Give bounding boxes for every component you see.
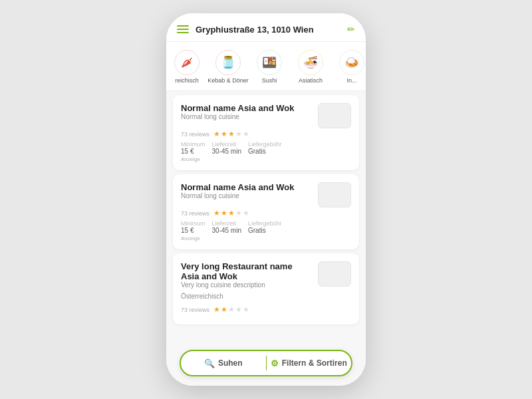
search-button[interactable]: 🔍 Suhen <box>181 351 266 375</box>
card-info-r3: Very long Restaurant name Asia and Wok V… <box>181 261 318 304</box>
phone-frame: Gryphiustraße 13, 1010 Wien ✏ 🌶 reichisc… <box>166 13 366 386</box>
category-indian[interactable]: 🍛 In... <box>331 47 366 86</box>
reviews-row-r1: 73 reviews ★ ★ ★ ★ ★ <box>181 130 351 138</box>
category-icon-indian: 🍛 <box>339 50 364 75</box>
star3: ★ <box>228 130 235 138</box>
star1: ★ <box>213 209 220 217</box>
minimum-label-r1: Minimum <box>181 141 205 148</box>
star3: ★ <box>228 305 235 314</box>
category-sushi[interactable]: 🍱 Sushi <box>249 47 290 86</box>
star1: ★ <box>213 305 220 314</box>
restaurant-card-r3[interactable]: Very long Restaurant name Asia and Wok V… <box>173 253 359 325</box>
reviews-row-r3: 73 reviews ★ ★ ★ ★ ★ <box>181 305 351 314</box>
card-image-r3 <box>318 261 351 287</box>
star2: ★ <box>221 209 227 217</box>
filter-button[interactable]: ⚙ Filtern & Sortiren <box>267 351 352 375</box>
card-top-r1: Normal name Asia and Wok Normal long cui… <box>181 103 351 128</box>
category-asiatisch[interactable]: 🍜 Asiatisch <box>290 47 331 86</box>
category-icon-sushi: 🍱 <box>257 50 282 75</box>
reviews-row-r2: 73 reviews ★ ★ ★ ★ ★ <box>181 209 351 217</box>
card-cuisine-r2: Normal long cuisine <box>181 192 318 200</box>
category-label-kebab: Kebab & Döner <box>207 77 249 84</box>
card-top-r3: Very long Restaurant name Asia and Wok V… <box>181 261 351 304</box>
card-badge-r1: Anzeige <box>181 156 351 162</box>
delivery-time-value-r1: 30-45 min <box>212 148 241 155</box>
delivery-fee-r2: Liefergebühr Gratis <box>248 220 282 234</box>
restaurant-list: Normal name Asia and Wok Normal long cui… <box>166 91 366 386</box>
card-cuisine-r1: Normal long cuisine <box>181 113 318 120</box>
card-cuisine2-r3: Österreichisch <box>181 293 318 300</box>
delivery-fee-value-r2: Gratis <box>248 227 266 234</box>
star5: ★ <box>243 209 249 217</box>
minimum-value-r1: 15 € <box>181 148 194 155</box>
star4: ★ <box>235 209 242 217</box>
stars-r3: ★ ★ ★ ★ ★ <box>213 305 249 314</box>
minimum-value-r2: 15 € <box>181 227 194 234</box>
category-label-indian: In... <box>346 77 356 84</box>
category-label-oesterreich: reichisch <box>175 77 199 84</box>
card-image-r1 <box>318 103 351 128</box>
category-label-asiatisch: Asiatisch <box>299 77 323 84</box>
header: Gryphiustraße 13, 1010 Wien ✏ <box>166 13 366 42</box>
search-icon: 🔍 <box>204 358 215 368</box>
star3: ★ <box>228 209 235 217</box>
reviews-count-r2: 73 reviews <box>181 210 209 217</box>
phone-screen: Gryphiustraße 13, 1010 Wien ✏ 🌶 reichisc… <box>166 13 366 386</box>
card-info-r1: Normal name Asia and Wok Normal long cui… <box>181 103 318 124</box>
category-kebab[interactable]: 🫙 Kebab & Döner <box>207 47 249 86</box>
filter-icon: ⚙ <box>271 358 279 368</box>
delivery-fee-label-r2: Liefergebühr <box>248 220 282 227</box>
filter-label: Filtern & Sortiren <box>282 358 347 368</box>
delivery-time-r2: Lieferzeit 30-45 min <box>212 220 241 234</box>
edit-icon[interactable]: ✏ <box>347 24 355 35</box>
minimum-r2: Minimum 15 € <box>181 220 205 234</box>
star2: ★ <box>221 130 227 138</box>
delivery-time-label-r1: Lieferzeit <box>212 141 241 148</box>
star4: ★ <box>235 130 242 138</box>
category-icon-oesterreich: 🌶 <box>174 50 200 75</box>
delivery-time-label-r2: Lieferzeit <box>212 220 241 227</box>
star5: ★ <box>243 130 249 138</box>
card-cuisine-r3: Very long cuisine description <box>181 281 318 289</box>
star1: ★ <box>213 130 220 138</box>
reviews-count-r3: 73 reviews <box>181 307 209 313</box>
address-text: Gryphiustraße 13, 1010 Wien <box>196 25 340 35</box>
delivery-fee-value-r1: Gratis <box>248 148 266 155</box>
stars-r1: ★ ★ ★ ★ ★ <box>213 130 249 138</box>
bottom-bar: 🔍 Suhen ⚙ Filtern & Sortiren <box>180 350 352 376</box>
delivery-time-r1: Lieferzeit 30-45 min <box>212 141 241 155</box>
minimum-r1: Minimum 15 € <box>181 141 205 155</box>
card-title-r3: Very long Restaurant name Asia and Wok <box>181 261 313 281</box>
restaurant-card-r2[interactable]: Normal name Asia and Wok Normal long cui… <box>173 174 359 249</box>
card-top-r2: Normal name Asia and Wok Normal long cui… <box>181 182 351 207</box>
category-label-sushi: Sushi <box>262 77 277 84</box>
card-meta-r2: Minimum 15 € Lieferzeit 30-45 min Liefer… <box>181 220 351 234</box>
category-icon-kebab: 🫙 <box>215 50 241 75</box>
stars-r2: ★ ★ ★ ★ ★ <box>213 209 249 217</box>
card-title-r2: Normal name Asia and Wok <box>181 182 313 192</box>
delivery-fee-label-r1: Liefergebühr <box>248 141 282 148</box>
card-title-r1: Normal name Asia and Wok <box>181 103 313 113</box>
card-badge-r2: Anzeige <box>181 235 351 241</box>
search-label: Suhen <box>218 358 243 368</box>
category-bar: 🌶 reichisch 🫙 Kebab & Döner 🍱 Sushi 🍜 As… <box>166 42 366 91</box>
delivery-time-value-r2: 30-45 min <box>212 227 241 234</box>
minimum-label-r2: Minimum <box>181 220 205 227</box>
card-meta-r1: Minimum 15 € Lieferzeit 30-45 min Liefer… <box>181 141 351 155</box>
reviews-count-r1: 73 reviews <box>181 131 209 138</box>
card-info-r2: Normal name Asia and Wok Normal long cui… <box>181 182 318 203</box>
menu-button[interactable] <box>177 25 189 33</box>
delivery-fee-r1: Liefergebühr Gratis <box>248 141 282 155</box>
star2: ★ <box>221 305 227 314</box>
restaurant-card-r1[interactable]: Normal name Asia and Wok Normal long cui… <box>173 95 359 170</box>
card-image-r2 <box>318 182 351 207</box>
category-oesterreich[interactable]: 🌶 reichisch <box>166 47 207 86</box>
star4: ★ <box>235 305 242 314</box>
category-icon-asiatisch: 🍜 <box>298 50 323 75</box>
star5: ★ <box>243 305 249 314</box>
